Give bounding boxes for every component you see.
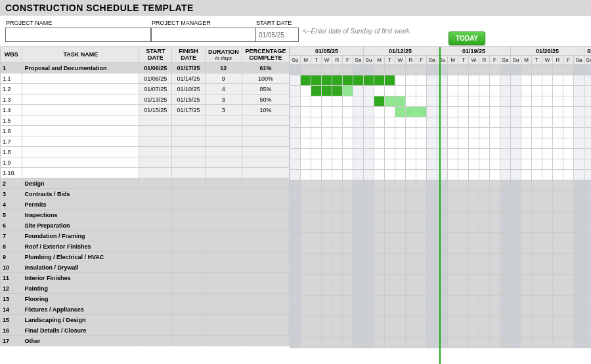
cell-wbs[interactable]: 15 — [1, 315, 22, 325]
cell-dur[interactable] — [205, 189, 242, 199]
table-row[interactable]: 1.5 — [1, 115, 290, 126]
cell-finish[interactable] — [172, 325, 205, 336]
cell-pct[interactable] — [242, 199, 289, 210]
cell-pct[interactable] — [242, 126, 289, 136]
cell-dur[interactable] — [205, 336, 242, 346]
cell-pct[interactable] — [242, 241, 289, 252]
cell-task[interactable]: Painting — [22, 283, 139, 294]
table-row[interactable]: 7Foundation / Framing — [1, 231, 290, 241]
cell-finish[interactable] — [172, 136, 205, 147]
cell-finish[interactable]: 01/17/25 — [172, 105, 205, 115]
cell-task[interactable]: Insulation / Drywall — [22, 262, 139, 273]
cell-task[interactable] — [22, 105, 139, 115]
cell-finish[interactable] — [172, 220, 205, 231]
project-name-input[interactable] — [5, 28, 151, 42]
table-row[interactable]: 17Other — [1, 336, 290, 346]
cell-dur[interactable]: 9 — [205, 73, 242, 84]
cell-start[interactable] — [139, 315, 172, 325]
cell-task[interactable] — [22, 84, 139, 94]
cell-dur[interactable] — [205, 199, 242, 210]
cell-finish[interactable] — [172, 126, 205, 136]
table-row[interactable]: 11Interior Finishes — [1, 273, 290, 283]
cell-dur[interactable] — [205, 252, 242, 262]
table-row[interactable]: 1.6 — [1, 126, 290, 136]
cell-finish[interactable]: 01/10/25 — [172, 84, 205, 94]
cell-dur[interactable] — [205, 325, 242, 336]
cell-task[interactable]: Flooring — [22, 294, 139, 304]
cell-start[interactable] — [139, 304, 172, 315]
cell-finish[interactable] — [172, 336, 205, 346]
cell-task[interactable]: Fixtures / Appliances — [22, 304, 139, 315]
cell-pct[interactable] — [242, 136, 289, 147]
cell-dur[interactable] — [205, 294, 242, 304]
cell-dur[interactable] — [205, 136, 242, 147]
cell-finish[interactable]: 01/17/25 — [172, 63, 205, 73]
cell-dur[interactable] — [205, 147, 242, 157]
cell-dur[interactable]: 12 — [205, 63, 242, 73]
cell-wbs[interactable]: 4 — [1, 199, 22, 210]
cell-start[interactable]: 01/07/25 — [139, 84, 172, 94]
cell-start[interactable] — [139, 157, 172, 168]
cell-task[interactable] — [22, 94, 139, 105]
cell-wbs[interactable]: 3 — [1, 189, 22, 199]
cell-finish[interactable] — [172, 294, 205, 304]
cell-wbs[interactable]: 5 — [1, 210, 22, 220]
cell-wbs[interactable]: 1.3 — [1, 94, 22, 105]
cell-task[interactable]: Landscaping / Design — [22, 315, 139, 325]
cell-dur[interactable]: 3 — [205, 94, 242, 105]
cell-finish[interactable] — [172, 115, 205, 126]
cell-wbs[interactable]: 1.8 — [1, 147, 22, 157]
cell-finish[interactable] — [172, 231, 205, 241]
cell-wbs[interactable]: 1.6 — [1, 126, 22, 136]
cell-dur[interactable] — [205, 231, 242, 241]
cell-task[interactable]: Foundation / Framing — [22, 231, 139, 241]
cell-pct[interactable] — [242, 283, 289, 294]
cell-finish[interactable] — [172, 178, 205, 189]
cell-task[interactable]: Roof / Exterior Finishes — [22, 241, 139, 252]
cell-start[interactable] — [139, 136, 172, 147]
table-row[interactable]: 1Proposal and Documentation01/06/2501/17… — [1, 63, 290, 73]
cell-pct[interactable] — [242, 220, 289, 231]
cell-task[interactable] — [22, 147, 139, 157]
cell-task[interactable]: Contracts / Bids — [22, 189, 139, 199]
cell-pct[interactable] — [242, 210, 289, 220]
cell-wbs[interactable]: 11 — [1, 273, 22, 283]
cell-finish[interactable] — [172, 157, 205, 168]
cell-dur[interactable] — [205, 283, 242, 294]
project-manager-input[interactable] — [151, 28, 256, 42]
cell-task[interactable]: Site Preparation — [22, 220, 139, 231]
cell-wbs[interactable]: 6 — [1, 220, 22, 231]
cell-pct[interactable] — [242, 157, 289, 168]
cell-wbs[interactable]: 14 — [1, 304, 22, 315]
cell-wbs[interactable]: 1.4 — [1, 105, 22, 115]
cell-pct[interactable] — [242, 178, 289, 189]
cell-task[interactable]: Inspections — [22, 210, 139, 220]
cell-finish[interactable] — [172, 315, 205, 325]
cell-wbs[interactable]: 2 — [1, 178, 22, 189]
cell-start[interactable] — [139, 241, 172, 252]
cell-wbs[interactable]: 1.5 — [1, 115, 22, 126]
table-row[interactable]: 3Contracts / Bids — [1, 189, 290, 199]
cell-wbs[interactable]: 10 — [1, 262, 22, 273]
cell-finish[interactable] — [172, 210, 205, 220]
table-row[interactable]: 1.401/15/2501/17/25310% — [1, 105, 290, 115]
table-row[interactable]: 16Final Details / Closure — [1, 325, 290, 336]
cell-finish[interactable] — [172, 262, 205, 273]
cell-wbs[interactable]: 13 — [1, 294, 22, 304]
cell-wbs[interactable]: 1.2 — [1, 84, 22, 94]
cell-wbs[interactable]: 1 — [1, 63, 22, 73]
cell-start[interactable] — [139, 115, 172, 126]
cell-pct[interactable] — [242, 231, 289, 241]
cell-pct[interactable] — [242, 262, 289, 273]
cell-start[interactable] — [139, 126, 172, 136]
table-row[interactable]: 4Permits — [1, 199, 290, 210]
cell-pct[interactable]: 100% — [242, 73, 289, 84]
cell-dur[interactable]: 4 — [205, 84, 242, 94]
cell-wbs[interactable]: 16 — [1, 325, 22, 336]
cell-dur[interactable] — [205, 126, 242, 136]
table-row[interactable]: 1.9 — [1, 157, 290, 168]
cell-wbs[interactable]: 17 — [1, 336, 22, 346]
cell-dur[interactable] — [205, 168, 242, 178]
table-row[interactable]: 12Painting — [1, 283, 290, 294]
table-row[interactable]: 10Insulation / Drywall — [1, 262, 290, 273]
